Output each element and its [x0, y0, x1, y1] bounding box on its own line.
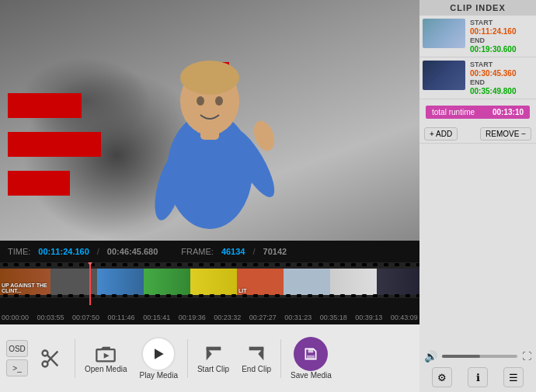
clip2-start-time: 00:30:45.360 — [470, 69, 533, 78]
tc-0: 00:00:00 — [2, 314, 29, 321]
thumb-news[interactable]: UP AGAINST THE CLINT... — [0, 269, 50, 295]
clip-item-2[interactable]: START 00:30:45.360 END 00:35:49.800 — [419, 57, 536, 99]
clip1-start-time: 00:11:24.160 — [470, 27, 533, 36]
clip2-end-label: END — [470, 78, 533, 86]
right-panel: CLIP INDEX START 00:11:24.160 END 00:19:… — [419, 0, 536, 392]
thumb-green[interactable] — [144, 269, 190, 295]
svg-rect-22 — [307, 355, 315, 359]
thumb-red[interactable]: LIT — [237, 269, 284, 295]
svg-rect-21 — [308, 349, 314, 352]
osd-button[interactable]: OSD — [6, 340, 28, 357]
redact-block-3 — [8, 171, 70, 196]
clip-index-header: CLIP INDEX — [419, 0, 536, 16]
list-icon: ☰ — [509, 372, 518, 383]
clip1-end-time: 00:19:30.600 — [470, 45, 533, 54]
tc-4: 00:15:41 — [143, 314, 170, 321]
volume-icon: 🔊 — [424, 350, 437, 363]
clip-item-1[interactable]: START 00:11:24.160 END 00:19:30.600 — [419, 16, 536, 57]
play-media-button[interactable]: Play Media — [134, 331, 182, 386]
clip-thumb-2 — [423, 61, 465, 90]
clip1-start-label: START — [470, 19, 533, 26]
spacer — [419, 144, 536, 345]
clip2-end-time: 00:35:49.800 — [470, 87, 533, 95]
timeline-thumbs[interactable]: UP AGAINST THE CLINT... LIT — [0, 269, 419, 295]
runtime-label: total runtime — [432, 108, 475, 116]
svg-marker-16 — [155, 349, 164, 359]
info-button[interactable]: ℹ — [468, 367, 488, 387]
fullscreen-icon[interactable]: ⛶ — [522, 351, 531, 362]
play-media-label: Play Media — [139, 371, 177, 380]
divider-1 — [75, 339, 75, 378]
terminal-button[interactable]: >_ — [6, 359, 28, 376]
clip2-start-label: START — [470, 61, 533, 68]
clip-info-2: START 00:30:45.360 END 00:35:49.800 — [470, 61, 533, 95]
controls-bar: OSD >_ Open Media — [0, 324, 419, 392]
playhead[interactable] — [89, 262, 91, 305]
add-remove-bar: + ADD REMOVE − — [419, 125, 536, 144]
timeline[interactable]: UP AGAINST THE CLINT... LIT — [0, 262, 419, 324]
terminal-label: >_ — [12, 364, 21, 373]
start-clip-icon — [203, 343, 224, 365]
play-icon — [151, 346, 166, 362]
end-clip-label: End Clip — [242, 365, 271, 374]
redact-block-2 — [8, 132, 101, 157]
film-holes-bottom — [0, 293, 419, 298]
tc-7: 00:27:27 — [249, 314, 277, 321]
thumb-light[interactable] — [284, 269, 330, 295]
clip-index-title: CLIP INDEX — [450, 3, 506, 12]
thumb-yellow[interactable] — [190, 269, 237, 295]
tc-9: 00:35:18 — [320, 314, 347, 321]
runtime-container: total runtime 00:13:10 — [419, 99, 536, 125]
time-bar: TIME: 00:11:24.160 / 00:46:45.680 FRAME:… — [0, 241, 419, 262]
bottom-right-controls: 🔊 ⛶ ⚙ ℹ ☰ — [419, 345, 536, 392]
end-clip-button[interactable]: End Clip — [237, 331, 276, 386]
gear-button[interactable]: ⚙ — [432, 367, 452, 387]
tc-1: 00:03:55 — [37, 314, 64, 321]
thumb-white[interactable] — [330, 269, 377, 295]
svg-point-10 — [43, 361, 48, 366]
tc-8: 00:31:23 — [284, 314, 312, 321]
video-player — [0, 0, 419, 241]
current-frame: 46134 — [221, 247, 245, 256]
tc-10: 00:39:13 — [355, 314, 382, 321]
timeline-timecodes: 00:00:00 00:03:55 00:07:50 00:11:46 00:1… — [0, 314, 419, 321]
open-media-icon — [95, 343, 117, 365]
cut-button[interactable] — [31, 331, 70, 386]
divider-3 — [280, 339, 281, 378]
time-separator: / — [97, 247, 99, 256]
presenter-figure — [132, 0, 287, 233]
thumb-blue[interactable] — [97, 269, 144, 295]
thumb-dark[interactable] — [377, 269, 419, 295]
utility-buttons: OSD >_ — [6, 340, 28, 376]
frame-sep: / — [252, 247, 255, 256]
svg-point-7 — [197, 96, 204, 106]
play-button-circle[interactable] — [141, 337, 176, 371]
current-time: 00:11:24.160 — [38, 247, 89, 256]
start-clip-button[interactable]: Start Clip — [193, 331, 234, 386]
svg-point-8 — [215, 96, 223, 106]
film-holes-top — [0, 262, 419, 267]
tc-11: 00:43:09 — [391, 314, 418, 321]
scissors-icon — [40, 348, 61, 369]
end-clip-icon — [245, 343, 267, 365]
save-button-circle[interactable] — [294, 337, 328, 371]
frame-label: FRAME: — [181, 247, 214, 256]
svg-marker-17 — [206, 346, 221, 350]
save-media-button[interactable]: Save Media — [286, 331, 336, 386]
list-button[interactable]: ☰ — [503, 367, 524, 387]
volume-slider[interactable] — [442, 355, 517, 358]
open-media-label: Open Media — [85, 365, 127, 374]
svg-point-9 — [43, 350, 48, 356]
clip-thumb-1 — [423, 19, 465, 48]
time-label: TIME: — [8, 247, 30, 256]
svg-point-3 — [180, 61, 239, 95]
remove-button[interactable]: REMOVE − — [480, 127, 531, 140]
start-clip-label: Start Clip — [197, 365, 229, 374]
tc-3: 00:11:46 — [108, 314, 135, 321]
svg-marker-15 — [104, 352, 110, 358]
open-media-button[interactable]: Open Media — [80, 331, 131, 386]
add-button[interactable]: + ADD — [424, 127, 458, 140]
save-media-label: Save Media — [291, 371, 332, 380]
tc-2: 00:07:50 — [72, 314, 99, 321]
svg-marker-19 — [249, 346, 264, 350]
